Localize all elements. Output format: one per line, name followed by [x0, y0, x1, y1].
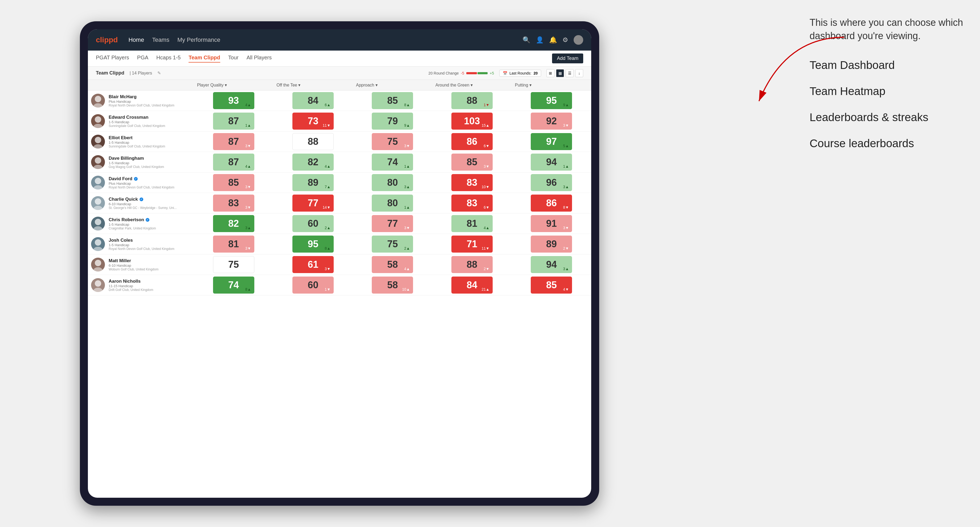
table-row: Edward Crossman 1-5 Handicap Sunningdale… [88, 111, 591, 132]
player-cell[interactable]: Chris Robertson✓ 1-5 Handicap Craigmilla… [88, 214, 194, 233]
player-name: David Ford✓ [109, 176, 174, 181]
option-leaderboards: Leaderboards & streaks [810, 111, 964, 124]
player-club: Craigmillar Park, United Kingdom [109, 227, 156, 230]
off-tee-cell: 73 11▼ [273, 111, 353, 132]
player-cell[interactable]: Edward Crossman 1-5 Handicap Sunningdale… [88, 111, 194, 131]
th-player [88, 80, 194, 90]
svg-point-15 [95, 219, 101, 225]
svg-point-8 [93, 144, 103, 149]
table-row: Aaron Nicholls 11-15 Handicap Drift Golf… [88, 275, 591, 295]
nav-my-performance[interactable]: My Performance [177, 37, 220, 43]
putting-cell: 94 1▲ [512, 152, 591, 173]
around-green-cell: 83 10▼ [432, 173, 512, 193]
player-cell[interactable]: Elliot Ebert 1-5 Handicap Sunningdale Go… [88, 132, 194, 151]
data-table: Player Quality ▾ Off the Tee ▾ Approach … [88, 80, 591, 295]
around-green-cell: 88 2▼ [432, 254, 512, 275]
putting-cell: 96 3▲ [512, 173, 591, 193]
edit-icon[interactable]: ✎ [158, 71, 161, 76]
player-quality-cell: 93 4▲ [194, 90, 273, 111]
th-around-green[interactable]: Around the Green ▾ [432, 80, 512, 90]
approach-cell: 58 10▲ [353, 275, 432, 295]
person-icon[interactable]: 👤 [536, 36, 544, 44]
approach-cell: 85 8▲ [353, 90, 432, 111]
approach-cell: 58 4▲ [353, 254, 432, 275]
player-cell[interactable]: Matt Miller 6-10 Handicap Woburn Golf Cl… [88, 255, 194, 274]
putting-cell: 95 9▲ [512, 90, 591, 111]
player-cell[interactable]: David Ford✓ Plus Handicap Royal North De… [88, 173, 194, 192]
svg-point-13 [95, 198, 101, 205]
player-info: Aaron Nicholls 11-15 Handicap Drift Golf… [109, 279, 153, 292]
player-hcp: Plus Handicap [109, 181, 174, 186]
last-rounds-button[interactable]: 📅 Last Rounds: 20 [499, 70, 541, 77]
table-header: Player Quality ▾ Off the Tee ▾ Approach … [88, 80, 591, 90]
verified-badge: ✓ [140, 197, 143, 201]
card-view-button[interactable]: ☰ [566, 69, 574, 77]
player-name: Charlie Quick✓ [109, 197, 177, 202]
subnav-team-clippd[interactable]: Team Clippd [189, 55, 220, 62]
player-info: Blair McHarg Plus Handicap Royal North D… [109, 94, 174, 107]
table-view-button[interactable]: ▦ [556, 69, 564, 77]
around-green-cell: 103 15▲ [432, 111, 512, 132]
player-quality-cell: 81 3▼ [194, 234, 273, 254]
player-hcp: 1-5 Handicap [109, 141, 165, 144]
sub-nav-items: PGAT Players PGA Hcaps 1-5 Team Clippd T… [96, 55, 552, 62]
option-course-leaderboards: Course leaderboards [810, 137, 964, 150]
svg-point-11 [95, 178, 101, 184]
player-name: Josh Coles [109, 238, 174, 243]
subnav-all-players[interactable]: All Players [247, 55, 272, 62]
off-tee-cell: 60 1▼ [273, 275, 353, 295]
player-quality-cell: 87 3▼ [194, 132, 273, 152]
table-body: Blair McHarg Plus Handicap Royal North D… [88, 90, 591, 295]
nav-home[interactable]: Home [128, 37, 144, 43]
svg-point-4 [93, 103, 103, 108]
around-green-cell: 88 1▼ [432, 90, 512, 111]
off-tee-cell: 95 8▲ [273, 234, 353, 254]
subnav-hcaps[interactable]: Hcaps 1-5 [156, 55, 181, 62]
view-icons: ⊞ ▦ ☰ ↓ [546, 69, 583, 77]
th-player-quality[interactable]: Player Quality ▾ [194, 80, 273, 90]
putting-cell: 86 8▼ [512, 193, 591, 213]
last-rounds-value: 20 [533, 71, 538, 75]
player-info: Josh Coles 1-5 Handicap Royal North Devo… [109, 238, 174, 251]
player-avatar [91, 135, 105, 149]
subnav-tour[interactable]: Tour [228, 55, 239, 62]
add-team-button[interactable]: Add Team [552, 54, 583, 63]
off-tee-cell: 84 6▲ [273, 90, 353, 111]
search-icon[interactable]: 🔍 [522, 36, 530, 44]
grid-view-button[interactable]: ⊞ [546, 69, 554, 77]
main-content: Player Quality ▾ Off the Tee ▾ Approach … [88, 80, 591, 498]
player-info: Elliot Ebert 1-5 Handicap Sunningdale Go… [109, 135, 165, 148]
player-name: Elliot Ebert [109, 135, 165, 141]
th-approach[interactable]: Approach ▾ [353, 80, 432, 90]
player-avatar [91, 176, 105, 189]
user-avatar[interactable] [574, 35, 583, 45]
subnav-pgat[interactable]: PGAT Players [96, 55, 129, 62]
download-button[interactable]: ↓ [575, 69, 583, 77]
bell-icon[interactable]: 🔔 [549, 36, 557, 44]
off-tee-cell: 61 3▼ [273, 254, 353, 275]
player-name: Chris Robertson✓ [109, 217, 156, 222]
player-avatar [91, 196, 105, 210]
putting-cell: 97 5▲ [512, 132, 591, 152]
svg-point-22 [93, 288, 103, 292]
around-green-cell: 85 3▼ [432, 152, 512, 173]
th-putting[interactable]: Putting ▾ [512, 80, 591, 90]
settings-icon[interactable]: ⚙ [562, 36, 568, 44]
player-cell[interactable]: Dave Billingham 1-5 Handicap Gog Magog G… [88, 152, 194, 171]
table-row: Chris Robertson✓ 1-5 Handicap Craigmilla… [88, 213, 591, 234]
nav-teams[interactable]: Teams [152, 37, 169, 43]
player-quality-cell: 75 [194, 254, 273, 275]
th-off-tee[interactable]: Off the Tee ▾ [273, 80, 353, 90]
player-cell[interactable]: Charlie Quick✓ 6-10 Handicap St. George'… [88, 194, 194, 213]
player-club: Sunningdale Golf Club, United Kingdom [109, 124, 165, 128]
change-pos: +5 [490, 71, 494, 75]
player-cell[interactable]: Blair McHarg Plus Handicap Royal North D… [88, 91, 194, 110]
approach-cell: 75 3▼ [353, 132, 432, 152]
subnav-pga[interactable]: PGA [137, 55, 148, 62]
svg-point-12 [93, 185, 103, 189]
player-cell[interactable]: Josh Coles 1-5 Handicap Royal North Devo… [88, 235, 194, 254]
off-tee-cell: 82 4▲ [273, 152, 353, 173]
annotation-arrow [732, 32, 865, 112]
player-cell[interactable]: Aaron Nicholls 11-15 Handicap Drift Golf… [88, 275, 194, 295]
around-green-cell: 81 4▲ [432, 213, 512, 234]
